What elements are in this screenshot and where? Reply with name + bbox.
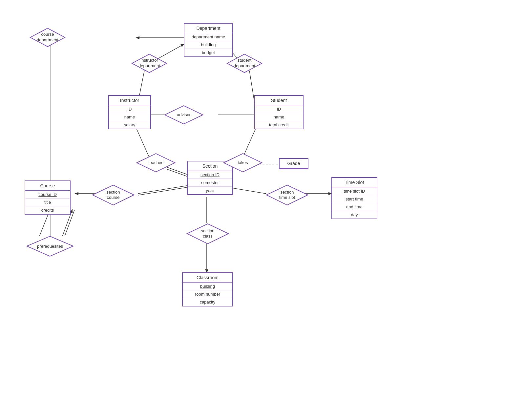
diamond-course-department: coursedepartment xyxy=(30,28,66,47)
svg-marker-26 xyxy=(30,28,65,47)
attr-inst-id: ID xyxy=(109,105,150,113)
attr-stud-name: name xyxy=(255,113,303,121)
diamond-advisor: advisor xyxy=(164,105,203,125)
attr-course-id: course ID xyxy=(25,191,70,199)
entity-classroom-title: Classroom xyxy=(183,273,232,283)
svg-marker-27 xyxy=(132,54,167,73)
attr-dept-name: department name xyxy=(184,33,232,41)
attr-class-room: room number xyxy=(183,290,232,298)
entity-grade: Grade xyxy=(279,158,308,169)
entity-course-title: Course xyxy=(25,181,70,191)
diamond-prerequisites: prerequesites xyxy=(26,236,74,257)
svg-marker-34 xyxy=(187,224,228,244)
attr-ts-day: day xyxy=(332,211,377,219)
attr-inst-name: name xyxy=(109,113,150,121)
entity-classroom: Classroom building room number capacity xyxy=(182,272,233,306)
attr-stud-credit: total credit xyxy=(255,121,303,129)
entity-instructor-title: Instructor xyxy=(109,96,150,105)
attr-ts-end: end time xyxy=(332,203,377,211)
diamond-teaches: teaches xyxy=(136,153,176,173)
entity-student: Student ID name total credit xyxy=(254,95,304,129)
svg-marker-32 xyxy=(93,185,134,205)
svg-marker-28 xyxy=(227,54,262,73)
attr-dept-building: building xyxy=(184,41,232,49)
svg-line-16 xyxy=(138,185,189,194)
svg-marker-29 xyxy=(165,106,203,124)
svg-marker-30 xyxy=(137,154,175,172)
attr-inst-salary: salary xyxy=(109,121,150,129)
entity-timeslot-title: Time Slot xyxy=(332,178,377,187)
diamond-instructor-department: instructordepartment xyxy=(131,53,167,73)
er-diagram: Department department name building budg… xyxy=(0,0,525,420)
attr-course-title: title xyxy=(25,199,70,206)
diamond-student-department: studentdepartment xyxy=(226,53,262,73)
entity-grade-title: Grade xyxy=(280,159,308,168)
attr-class-cap: capacity xyxy=(183,298,232,306)
diamond-section-class: sectionclass xyxy=(186,223,229,244)
connection-lines xyxy=(0,0,525,420)
attr-stud-id: ID xyxy=(255,105,303,113)
diamond-takes: takes xyxy=(223,153,262,173)
entity-department: Department department name building budg… xyxy=(184,23,233,57)
attr-sect-semester: semester xyxy=(188,179,232,187)
entity-timeslot: Time Slot time slot ID start time end ti… xyxy=(331,177,377,219)
svg-marker-35 xyxy=(27,236,73,256)
diamond-section-timeslot: sectiontime slot xyxy=(266,184,308,206)
attr-ts-start: start time xyxy=(332,195,377,203)
attr-ts-id: time slot ID xyxy=(332,187,377,195)
attr-sect-year: year xyxy=(188,187,232,194)
entity-department-title: Department xyxy=(184,24,232,33)
entity-course: Course course ID title credits xyxy=(25,180,71,215)
svg-marker-33 xyxy=(266,185,308,205)
entity-instructor: Instructor ID name salary xyxy=(108,95,151,129)
attr-class-building: building xyxy=(183,283,232,290)
attr-dept-budget: budget xyxy=(184,49,232,56)
svg-marker-31 xyxy=(224,154,262,172)
attr-course-credits: credits xyxy=(25,206,70,214)
diamond-section-course: sectioncourse xyxy=(92,184,135,206)
entity-student-title: Student xyxy=(255,96,303,105)
svg-line-17 xyxy=(138,187,189,195)
